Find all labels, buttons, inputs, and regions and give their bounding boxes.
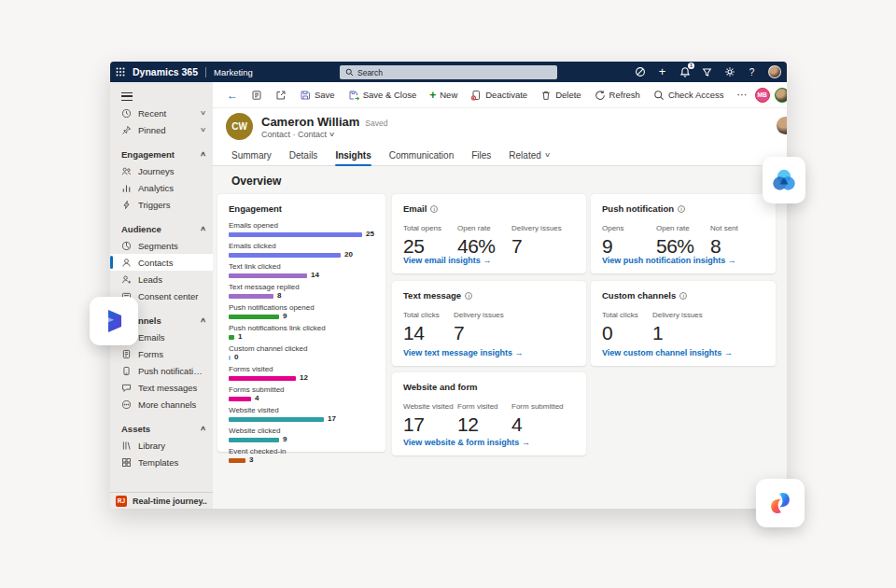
tab-insights[interactable]: Insights	[335, 145, 371, 166]
triggers-icon	[121, 200, 132, 210]
search-placeholder: Search	[357, 68, 383, 77]
sidebar-item-analytics[interactable]: Analytics	[110, 179, 213, 196]
command-overflow-button[interactable]: ⋯	[731, 86, 755, 105]
view-email-insights-link[interactable]: View email insights →	[403, 256, 491, 265]
phone-icon	[121, 366, 132, 376]
engagement-card: Engagement Emails opened25 Emails clicke…	[217, 194, 385, 452]
chevron-down-icon: ∨	[544, 151, 551, 159]
filter-icon[interactable]	[701, 66, 713, 78]
view-custom-insights-link[interactable]: View custom channel insights →	[602, 348, 733, 357]
arrow-right-icon: →	[728, 256, 736, 265]
sidebar-item-forms[interactable]: Forms	[110, 345, 213, 362]
sidebar-item-pinned[interactable]: Pinned ∨	[110, 121, 213, 138]
tab-summary[interactable]: Summary	[231, 145, 272, 166]
open-in-new-window-button[interactable]	[269, 86, 293, 105]
app-title[interactable]: Dynamics 365	[133, 66, 198, 77]
record-avatar[interactable]: CW	[226, 113, 253, 140]
email-card: Emaili Total opens25 Open rate46% Delive…	[392, 194, 586, 273]
save-button[interactable]: Save	[293, 86, 342, 105]
sidebar-item-library[interactable]: Library	[110, 437, 213, 454]
info-icon[interactable]: i	[678, 205, 685, 213]
record-header: CW Cameron William Saved Contact · Conta…	[213, 108, 787, 145]
customer-insights-logo-card[interactable]	[763, 157, 805, 203]
sidebar-item-leads[interactable]: Leads	[110, 271, 213, 287]
sidebar-item-contacts[interactable]: Contacts	[110, 254, 213, 271]
plus-icon: +	[429, 89, 436, 102]
info-icon[interactable]: i	[465, 292, 472, 300]
sidebar-item-triggers[interactable]: Triggers	[110, 196, 213, 213]
sidebar-item-push-notifications[interactable]: Push notifications	[110, 362, 213, 379]
topbar-actions: + 1 ?	[634, 62, 781, 82]
view-webform-insights-link[interactable]: View website & form insights →	[403, 438, 530, 447]
deactivate-icon	[470, 90, 482, 101]
sidebar-item-label: Recent	[138, 108, 194, 119]
delete-button[interactable]: Delete	[534, 86, 587, 105]
area-name[interactable]: Marketing	[214, 67, 253, 77]
view-push-insights-link[interactable]: View push notification insights →	[602, 256, 736, 265]
bar	[229, 315, 279, 319]
notification-badge: 1	[688, 63, 694, 69]
form-icon	[121, 349, 132, 359]
metric: Opens9	[602, 224, 656, 258]
chevron-up-icon: ∧	[200, 316, 206, 324]
metric: Website visited17	[403, 402, 457, 436]
sidebar-item-more-channels[interactable]: More channels	[110, 396, 213, 413]
sidebar-section-audience[interactable]: Audience ∧	[110, 220, 213, 237]
sidebar-item-templates[interactable]: Templates	[110, 454, 213, 470]
search-input[interactable]: Search	[340, 65, 557, 79]
form-list-button[interactable]	[245, 86, 269, 105]
info-icon[interactable]: i	[430, 205, 438, 213]
info-icon[interactable]: i	[679, 292, 687, 300]
sidebar-item-text-messages[interactable]: Text messages	[110, 379, 213, 396]
sidebar-item-recent[interactable]: Recent ∨	[110, 105, 213, 121]
command-bar: ← Save Save & Close	[213, 82, 787, 108]
card-title: Website and form	[403, 382, 478, 392]
bar-item: Text link clicked14	[229, 262, 374, 278]
owner-field[interactable]: Owner	[777, 117, 787, 134]
chevron-down-icon: ∨	[200, 109, 206, 117]
plus-icon[interactable]: +	[656, 66, 668, 78]
sidebar-item-journeys[interactable]: Journeys	[110, 162, 213, 179]
chevron-down-icon: ∨	[329, 131, 335, 138]
sidebar-section-engagement[interactable]: Engagement ∧	[110, 146, 213, 162]
back-button[interactable]: ←	[220, 86, 245, 105]
copilot-logo-card[interactable]	[756, 479, 805, 527]
compass-icon[interactable]	[634, 66, 646, 78]
sidebar-collapse-button[interactable]	[110, 88, 213, 105]
presence-avatar[interactable]: MB	[755, 88, 770, 103]
save-and-close-button[interactable]: Save & Close	[342, 86, 424, 105]
view-text-insights-link[interactable]: View text message insights →	[403, 348, 523, 357]
tab-related[interactable]: Related ∨	[509, 145, 550, 166]
bar-item: Forms submitted4	[229, 385, 374, 401]
tab-files[interactable]: Files	[471, 145, 491, 166]
new-button[interactable]: + New	[423, 86, 464, 105]
tab-communication[interactable]: Communication	[389, 145, 454, 166]
bar-item: Website clicked9	[229, 427, 374, 442]
gear-icon[interactable]	[723, 66, 735, 78]
account-avatar[interactable]	[768, 65, 781, 78]
presence-avatar[interactable]	[775, 88, 787, 103]
app-body: Recent ∨ Pinned ∨ Engagement ∧ Journeys	[110, 82, 787, 509]
customer-insights-icon	[771, 167, 797, 193]
site-map-sidebar: Recent ∨ Pinned ∨ Engagement ∧ Journeys	[110, 82, 213, 509]
metric: Form visited12	[457, 402, 511, 436]
record-entity-selector[interactable]: Contact · Contact ∨	[261, 130, 387, 139]
arrow-right-icon: →	[483, 256, 491, 265]
bell-icon[interactable]: 1	[679, 66, 691, 78]
sidebar-section-assets[interactable]: Assets ∧	[110, 420, 213, 437]
check-access-button[interactable]: Check Access	[647, 86, 731, 105]
deactivate-button[interactable]: Deactivate	[464, 86, 534, 105]
tab-details[interactable]: Details	[289, 145, 318, 166]
copilot-icon	[767, 490, 793, 516]
sidebar-item-segments[interactable]: Segments	[110, 237, 213, 254]
waffle-menu-icon[interactable]	[110, 62, 131, 82]
bar-item: Custom channel clicked0	[229, 344, 374, 360]
text-message-card: Text messagei Total clicks14 Delivery is…	[392, 281, 586, 366]
help-icon[interactable]: ?	[746, 66, 758, 78]
dynamics365-logo-card[interactable]	[90, 297, 138, 345]
refresh-button[interactable]: Refresh	[588, 86, 647, 105]
metric: Form submitted4	[511, 402, 566, 436]
journeys-icon	[121, 166, 132, 176]
app-area-switcher[interactable]: RJ Real-time journey..	[110, 492, 213, 509]
metric: Open rate56%	[656, 224, 710, 258]
